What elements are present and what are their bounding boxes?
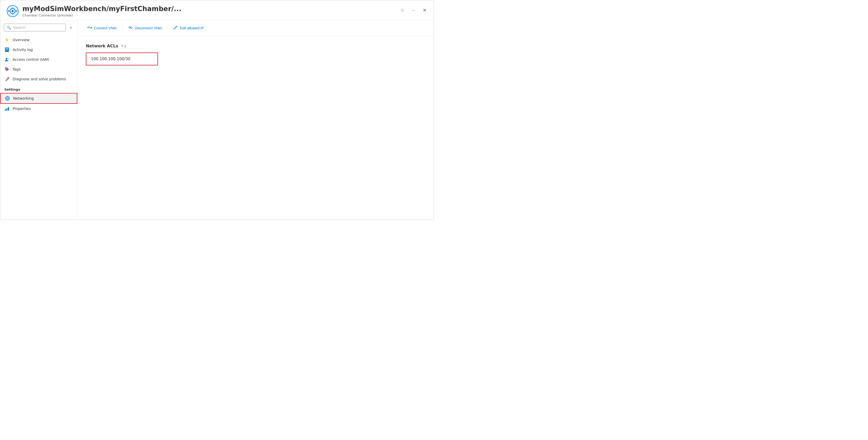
people-icon	[4, 57, 9, 62]
app-logo-icon	[6, 5, 19, 17]
collapse-sidebar-button[interactable]: «	[68, 24, 74, 31]
sidebar-item-properties-label: Properties	[12, 107, 31, 111]
sidebar-item-access-control[interactable]: Access control (IAM)	[0, 55, 77, 64]
edit-allowed-ip-button[interactable]: Edit allowed IP	[170, 24, 207, 32]
header-title-block: myModSimWorkbench/myFirstChamber/... Cha…	[23, 5, 181, 17]
ip-address-value: 100.100.100.100/30	[91, 57, 130, 61]
network-icon	[5, 96, 10, 101]
edit-ip-icon	[173, 25, 178, 31]
disconnect-vnet-button[interactable]: Disconnect VNet	[125, 24, 164, 32]
network-acls-header: Network ACLs ↑↓	[86, 43, 426, 48]
wrench-icon	[4, 76, 9, 81]
sidebar: 🔍 Search « Overview	[0, 20, 78, 217]
content-panel: Connect VNet Disconnect VNet	[78, 20, 434, 217]
svg-point-20	[9, 98, 9, 99]
svg-point-19	[6, 98, 6, 99]
favorite-button[interactable]: ☆	[399, 6, 405, 14]
bar-chart-icon	[4, 106, 9, 111]
settings-section-label: Settings	[0, 84, 77, 93]
header-actions: ☆ ··· ✕	[399, 6, 428, 14]
svg-point-13	[8, 58, 9, 60]
header: myModSimWorkbench/myFirstChamber/... Cha…	[0, 0, 434, 20]
search-container: 🔍 Search «	[0, 24, 77, 35]
more-options-button[interactable]: ···	[410, 7, 416, 14]
connect-vnet-button[interactable]: Connect VNet	[85, 24, 119, 32]
svg-rect-10	[6, 49, 8, 50]
sidebar-item-overview[interactable]: Overview	[0, 35, 77, 45]
disconnect-vnet-icon	[128, 25, 133, 31]
svg-point-2	[11, 10, 14, 12]
sort-icons[interactable]: ↑↓	[121, 44, 127, 48]
sidebar-item-tags[interactable]: Tags	[0, 64, 77, 74]
toolbar-separator-2	[167, 26, 167, 31]
sidebar-item-diagnose[interactable]: Diagnose and solve problems	[0, 74, 77, 84]
search-icon: 🔍	[7, 26, 11, 30]
page-subtitle: Chamber Connector (preview)	[23, 13, 181, 17]
svg-point-25	[91, 27, 92, 28]
svg-marker-7	[5, 38, 8, 42]
sidebar-item-properties[interactable]: Properties	[0, 104, 77, 113]
svg-point-12	[6, 58, 7, 60]
svg-rect-21	[5, 109, 6, 111]
sidebar-item-tags-label: Tags	[12, 67, 21, 71]
connect-vnet-icon	[87, 25, 92, 31]
svg-rect-23	[8, 107, 9, 111]
svg-rect-11	[6, 50, 7, 50]
acl-ip-entry: 100.100.100.100/30	[86, 53, 158, 65]
sidebar-item-networking-label: Networking	[13, 96, 34, 100]
sidebar-item-access-control-label: Access control (IAM)	[12, 58, 49, 62]
book-icon	[4, 47, 9, 52]
sidebar-item-diagnose-label: Diagnose and solve problems	[12, 77, 66, 81]
sidebar-item-networking[interactable]: Networking	[0, 93, 77, 104]
search-box[interactable]: 🔍 Search	[4, 24, 66, 31]
sidebar-item-overview-label: Overview	[12, 38, 30, 42]
close-button[interactable]: ✕	[422, 6, 428, 14]
page-title: myModSimWorkbench/myFirstChamber/...	[23, 5, 181, 13]
toolbar: Connect VNet Disconnect VNet	[78, 20, 434, 36]
svg-point-14	[6, 68, 7, 69]
network-acls-title: Network ACLs	[86, 43, 118, 48]
sidebar-item-activity-log-label: Activity log	[12, 47, 33, 52]
sidebar-item-activity-log[interactable]: Activity log	[0, 45, 77, 55]
svg-point-24	[87, 27, 88, 28]
tag-icon	[4, 67, 9, 72]
svg-rect-22	[6, 108, 7, 111]
content-body: Network ACLs ↑↓ 100.100.100.100/30	[78, 36, 434, 73]
search-placeholder: Search	[13, 26, 26, 30]
main-layout: 🔍 Search « Overview	[0, 20, 434, 217]
svg-rect-9	[6, 48, 8, 49]
header-left: myModSimWorkbench/myFirstChamber/... Cha…	[6, 5, 181, 17]
lightning-icon	[4, 37, 9, 42]
